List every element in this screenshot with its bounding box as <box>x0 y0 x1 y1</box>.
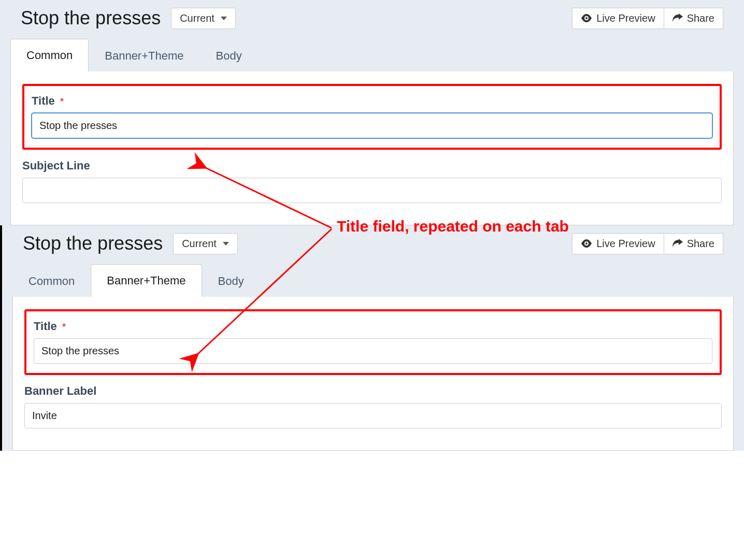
share-icon <box>673 13 683 23</box>
title-label: Title * <box>34 320 712 333</box>
screenshot-bottom: Stop the presses Current Live Preview Sh… <box>0 225 744 451</box>
tab-body[interactable]: Body <box>202 265 260 297</box>
header-actions: Live Preview Share <box>572 233 723 254</box>
page-title: Stop the presses <box>23 233 163 254</box>
tab-common[interactable]: Common <box>10 39 89 72</box>
eye-icon <box>581 14 592 22</box>
page-title: Stop the presses <box>21 7 161 29</box>
chevron-down-icon <box>223 242 229 246</box>
screenshot-top: Stop the presses Current Live Preview Sh… <box>0 0 744 225</box>
tab-bar: Common Banner+Theme Body <box>0 36 744 71</box>
required-star-icon: * <box>60 96 64 107</box>
title-input[interactable] <box>32 113 712 138</box>
form-panel: Title * Banner Label <box>12 297 734 451</box>
svg-point-1 <box>585 242 588 245</box>
live-preview-button[interactable]: Live Preview <box>572 8 664 29</box>
version-dropdown-label: Current <box>182 238 217 250</box>
page-header: Stop the presses Current Live Preview Sh… <box>2 225 744 262</box>
live-preview-label: Live Preview <box>596 12 655 24</box>
title-input[interactable] <box>34 338 712 364</box>
banner-label-input[interactable] <box>24 403 722 428</box>
eye-icon <box>581 239 592 248</box>
version-dropdown[interactable]: Current <box>173 233 238 254</box>
banner-label: Banner Label <box>24 384 722 398</box>
tab-banner-theme[interactable]: Banner+Theme <box>89 39 199 72</box>
share-label: Share <box>687 12 714 24</box>
share-label: Share <box>687 238 714 250</box>
share-button[interactable]: Share <box>664 8 723 29</box>
version-dropdown-label: Current <box>180 12 214 24</box>
tab-body[interactable]: Body <box>200 39 258 72</box>
form-panel: Title * Subject Line <box>10 71 734 225</box>
page-header: Stop the presses Current Live Preview Sh… <box>0 0 744 36</box>
share-icon <box>673 239 683 248</box>
subject-input[interactable] <box>22 178 722 203</box>
live-preview-button[interactable]: Live Preview <box>572 233 664 254</box>
svg-point-0 <box>585 17 588 19</box>
live-preview-label: Live Preview <box>596 238 655 250</box>
header-actions: Live Preview Share <box>572 8 723 29</box>
subject-group: Subject Line <box>22 159 722 203</box>
tab-banner-theme[interactable]: Banner+Theme <box>91 264 202 297</box>
title-label-text: Title <box>32 94 55 107</box>
subject-label: Subject Line <box>22 159 722 173</box>
tab-bar: Common Banner+Theme Body <box>2 262 744 297</box>
banner-label-group: Banner Label <box>24 384 722 428</box>
annotation-highlight-top: Title * <box>22 84 722 150</box>
title-label-text: Title <box>34 320 57 333</box>
annotation-highlight-bottom: Title * <box>24 309 722 375</box>
chevron-down-icon <box>221 17 227 20</box>
tab-common[interactable]: Common <box>12 265 91 297</box>
title-label: Title * <box>32 94 712 108</box>
version-dropdown[interactable]: Current <box>171 8 236 29</box>
required-star-icon: * <box>62 322 66 332</box>
share-button[interactable]: Share <box>664 233 723 254</box>
